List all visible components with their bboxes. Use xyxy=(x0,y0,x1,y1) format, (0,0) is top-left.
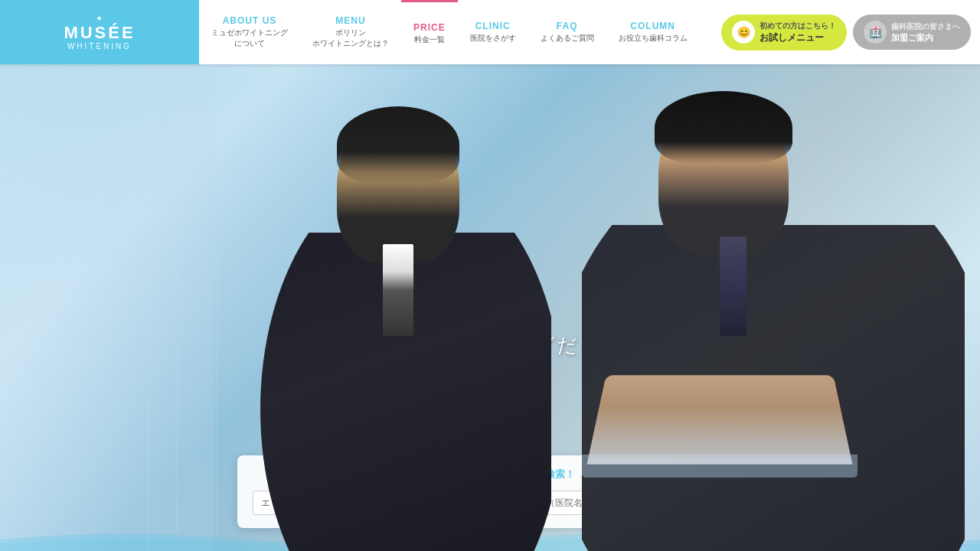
trial-button-labels: 初めての方はこちら！ お試しメニュー xyxy=(760,21,836,44)
clinic-join-button[interactable]: 🏥 歯科医院の皆さまへ 加盟ご案内 xyxy=(853,15,971,50)
nav-menu-en: MENU xyxy=(335,15,365,26)
nav-clinic[interactable]: CLINIC 医院をさがす xyxy=(458,0,528,64)
laptop-surface xyxy=(587,375,853,465)
logo[interactable]: ✦ MUSÉE WHITENING xyxy=(0,0,199,64)
person-right-hair xyxy=(655,91,792,164)
window-light xyxy=(0,64,214,551)
trial-icon: 😊 xyxy=(732,21,755,44)
main-navigation: ABOUT US ミュゼホワイトニングについて MENU ポリリンホワイトニング… xyxy=(199,0,721,64)
trial-main-label: お試しメニュー xyxy=(760,31,836,44)
logo-decoration: ✦ xyxy=(96,14,104,24)
clinic-icon: 🏥 xyxy=(864,21,887,44)
nav-faq-ja: よくあるご質問 xyxy=(541,33,594,44)
nav-menu-ja: ポリリンホワイトニングとは？ xyxy=(312,28,389,49)
nav-about-en: ABOUT US xyxy=(223,15,277,26)
nav-price[interactable]: PRICE 料金一覧 xyxy=(401,0,458,64)
cta-area: 😊 初めての方はこちら！ お試しメニュー 🏥 歯科医院の皆さまへ 加盟ご案内 xyxy=(721,15,980,51)
nav-price-ja: 料金一覧 xyxy=(414,34,445,45)
nav-faq-en: FAQ xyxy=(557,21,578,31)
nav-about[interactable]: ABOUT US ミュゼホワイトニングについて xyxy=(199,0,300,64)
clinic-button-labels: 歯科医院の皆さまへ 加盟ご案内 xyxy=(891,21,960,44)
trial-menu-button[interactable]: 😊 初めての方はこちら！ お試しメニュー xyxy=(721,15,847,51)
nav-column[interactable]: COLUMN お役立ち歯科コラム xyxy=(606,0,700,64)
clinic-pre-label: 歯科医院の皆さまへ xyxy=(891,21,960,32)
nav-menu[interactable]: MENU ポリリンホワイトニングとは？ xyxy=(300,0,401,64)
logo-sub-text: WHITENING xyxy=(67,42,132,51)
nav-column-en: COLUMN xyxy=(630,21,675,31)
hero-section: きっかけは、ホワイトニングだったりする。 お近くのホワイトニング歯科を検索！ エ… xyxy=(0,64,980,551)
logo-main-text: MUSÉE xyxy=(64,24,135,42)
nav-faq[interactable]: FAQ よくあるご質問 xyxy=(528,0,606,64)
nav-column-ja: お役立ち歯科コラム xyxy=(619,33,688,44)
person-left-hair xyxy=(337,106,459,183)
site-header: ✦ MUSÉE WHITENING ABOUT US ミュゼホワイトニングについ… xyxy=(0,0,980,64)
nav-about-ja: ミュゼホワイトニングについて xyxy=(211,28,288,49)
clinic-main-label: 加盟ご案内 xyxy=(891,32,960,44)
nav-price-en: PRICE xyxy=(413,22,446,33)
nav-clinic-ja: 医院をさがす xyxy=(470,33,516,44)
person-left-shirt xyxy=(383,244,413,336)
person-right-tie xyxy=(720,236,746,336)
trial-pre-label: 初めての方はこちら！ xyxy=(760,21,836,31)
nav-clinic-en: CLINIC xyxy=(475,21,511,31)
